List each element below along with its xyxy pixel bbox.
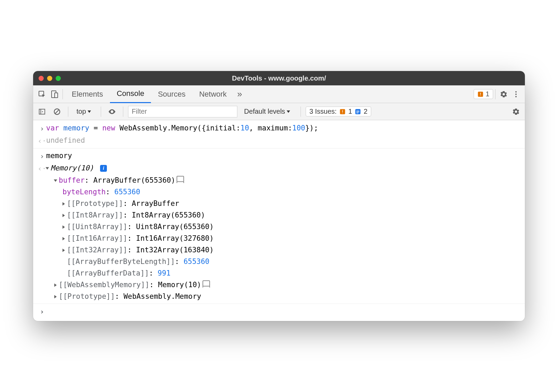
console-output: › var memory = new WebAssembly.Memory({i… (33, 120, 525, 321)
object-property-row[interactable]: [[WebAssemblyMemory]]: Memory(10) (33, 279, 525, 291)
object-property-row[interactable]: [[Int16Array]]: Int16Array(327680) (33, 233, 525, 244)
prop-key: [[ArrayBufferData]] (67, 269, 149, 277)
minimize-window-button[interactable] (47, 76, 52, 81)
object-property-row[interactable]: buffer: ArrayBuffer(655360) (33, 174, 525, 186)
inspect-element-icon[interactable] (36, 88, 48, 100)
clear-console-icon[interactable] (51, 106, 63, 118)
keyword-new: new (102, 124, 115, 132)
divider (101, 107, 101, 117)
window-title: DevTools - www.google.com/ (33, 74, 525, 82)
console-input-row[interactable]: › memory (33, 150, 525, 162)
device-toolbar-icon[interactable] (48, 88, 60, 100)
object-property-row: [[ArrayBufferByteLength]]: 655360 (33, 256, 525, 267)
live-expression-eye-icon[interactable] (106, 106, 118, 118)
object-property-row[interactable]: [[Int8Array]]: Int8Array(655360) (33, 209, 525, 221)
svg-rect-2 (55, 93, 58, 98)
svg-rect-5 (480, 95, 481, 96)
prop-val: Memory(10) (158, 281, 201, 289)
prop-val: ArrayBuffer (132, 199, 179, 208)
divider (33, 304, 525, 304)
output-marker-icon: ‹· (38, 135, 46, 147)
more-tabs-icon[interactable]: » (234, 88, 246, 100)
issues-button[interactable]: 3 Issues: 1 2 (306, 107, 371, 116)
console-settings-gear-icon[interactable] (510, 106, 522, 118)
console-input-row[interactable]: › var memory = new WebAssembly.Memory({i… (33, 122, 525, 135)
prop-key: [[Int32Array]] (67, 246, 127, 254)
svg-rect-17 (357, 113, 359, 113)
prop-key: buffer (59, 176, 85, 184)
constructor-name: WebAssembly.Memory (120, 124, 197, 132)
warnings-count: 1 (486, 90, 489, 98)
prop-val: Uint8Array(655360) (136, 223, 214, 231)
chevron-down-icon (87, 110, 91, 113)
more-menu-icon[interactable] (510, 88, 522, 100)
divider (33, 148, 525, 149)
prop-val: 991 (158, 269, 171, 277)
svg-rect-13 (342, 113, 343, 113)
object-property-row[interactable]: [[Prototype]]: WebAssembly.Memory (33, 291, 525, 302)
info-icon[interactable]: i (100, 165, 107, 172)
close-window-button[interactable] (39, 76, 44, 81)
tab-elements[interactable]: Elements (65, 85, 110, 103)
log-levels-selector[interactable]: Default levels (240, 108, 296, 115)
filter-input[interactable] (128, 106, 237, 117)
divider (123, 107, 123, 117)
console-output-row: ‹· Memory(10) i (33, 162, 525, 174)
console-toolbar: top Default levels 3 Issues: 1 2 (33, 103, 525, 120)
object-property-row[interactable]: [[Uint8Array]]: Uint8Array(655360) (33, 221, 525, 233)
prop-key: [[ArrayBufferByteLength]] (67, 257, 175, 266)
prop-val: Int32Array(163840) (136, 246, 214, 254)
tab-console[interactable]: Console (110, 85, 151, 103)
memory-inspector-icon[interactable] (177, 176, 184, 182)
prop-val: WebAssembly.Memory (124, 292, 201, 300)
memory-inspector-icon[interactable] (203, 280, 210, 286)
issues-info-count: 2 (364, 108, 367, 115)
svg-rect-16 (357, 112, 360, 112)
warnings-badge[interactable]: 1 (474, 89, 493, 99)
issues-label: 3 Issues: (309, 108, 337, 115)
arg-key: initial: (206, 124, 240, 132)
console-output-row: ‹· undefined (33, 135, 525, 147)
object-header[interactable]: Memory(10) (51, 164, 94, 172)
prop-key: [[WebAssemblyMemory]] (59, 281, 150, 289)
devtools-window: DevTools - www.google.com/ Elements Cons… (33, 71, 525, 321)
expand-toggle-icon[interactable] (62, 214, 65, 217)
expand-toggle-icon[interactable] (54, 180, 57, 182)
object-property-row: byteLength: 655360 (33, 186, 525, 198)
expand-toggle-icon[interactable] (54, 283, 57, 287)
expand-toggle-icon[interactable] (62, 249, 65, 252)
tab-network[interactable]: Network (192, 85, 234, 103)
prop-val: 655360 (183, 257, 209, 266)
console-prompt[interactable]: › (33, 305, 525, 318)
keyword-var: var (46, 124, 59, 132)
divider (62, 89, 63, 99)
expand-toggle-icon[interactable] (46, 167, 49, 170)
arg-val: 100 (292, 124, 305, 132)
object-property-row[interactable]: [[Prototype]]: ArrayBuffer (33, 198, 525, 209)
prop-key: [[Prototype]] (67, 199, 123, 208)
divider (68, 107, 68, 117)
prop-key: byteLength (62, 188, 106, 196)
settings-gear-icon[interactable] (498, 88, 510, 100)
maximize-window-button[interactable] (56, 76, 61, 81)
expand-toggle-icon[interactable] (62, 225, 65, 229)
svg-point-7 (515, 94, 517, 95)
svg-rect-12 (342, 110, 343, 112)
tab-sources[interactable]: Sources (151, 85, 192, 103)
console-sidebar-toggle-icon[interactable] (36, 106, 48, 118)
context-selector[interactable]: top (73, 108, 96, 115)
svg-point-8 (515, 96, 517, 97)
prompt-marker-icon: › (38, 305, 46, 318)
output-marker-icon: ‹· (38, 162, 46, 174)
svg-point-6 (515, 91, 517, 93)
divider (301, 107, 301, 117)
object-property-row[interactable]: [[Int32Array]]: Int32Array(163840) (33, 244, 525, 256)
arg-key: maximum: (258, 124, 292, 132)
prop-key: [[Prototype]] (59, 292, 115, 300)
prop-key: [[Uint8Array]] (67, 223, 127, 231)
expand-toggle-icon[interactable] (62, 237, 65, 240)
expand-toggle-icon[interactable] (54, 295, 57, 298)
titlebar: DevTools - www.google.com/ (33, 71, 525, 85)
prop-val: 655360 (114, 188, 140, 196)
expand-toggle-icon[interactable] (62, 202, 65, 206)
